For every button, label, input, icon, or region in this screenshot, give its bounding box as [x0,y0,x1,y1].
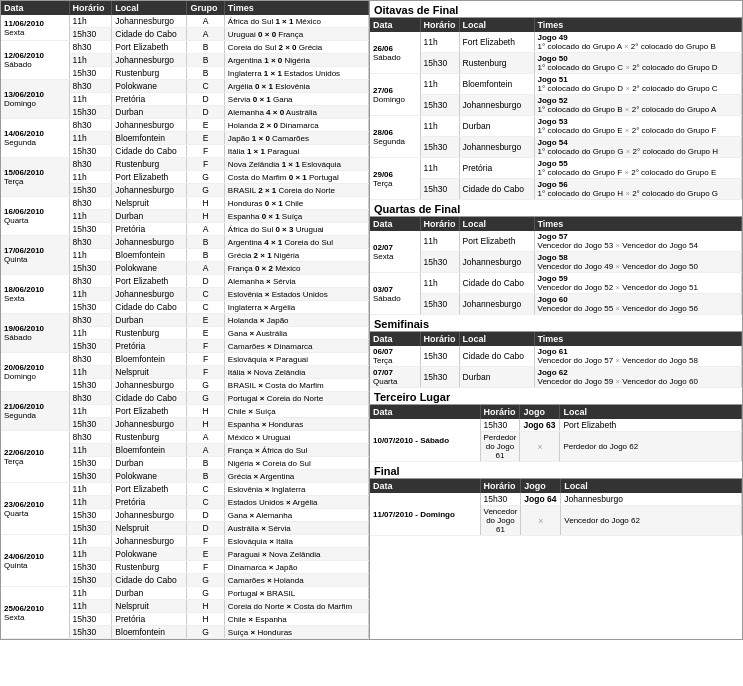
times-cell: Jogo 551° colocado do Grupo F × 2° coloc… [534,158,741,179]
times-cell: Jogo 61Vencedor do Jogo 57 × Vencedor do… [534,346,741,367]
grupo-cell: E [187,132,224,145]
local-cell: Pretória [112,223,187,236]
date-cell: 10/07/2010 - Sábado [370,419,480,462]
date-cell: 11/06/2010Sexta [1,15,69,41]
times-cell: Chile × Espanha [224,613,368,626]
local-cell: Rustenburg [112,158,187,171]
local-cell: Rustenburg [112,67,187,80]
table-row: 06/07Terça15h30Cidade do CaboJogo 61Venc… [370,346,742,367]
home-cell: Perdedor do Jogo 61 [480,432,520,462]
col-times: Times [534,332,741,346]
local-cell: Johannesburgo [112,184,187,197]
time-cell: 11h [420,32,459,53]
grupo-cell: B [187,236,224,249]
date-cell: 20/06/2010Domingo [1,353,69,392]
local-cell: Polokwane [112,80,187,93]
grupo-cell: A [187,444,224,457]
time-cell: 11h [69,249,112,262]
time-cell: 15h30 [420,179,459,200]
times-cell: Jogo 501° colocado do Grupo C × 2° coloc… [534,53,741,74]
local-cell: Durban [459,116,534,137]
time-cell: 15h30 [69,301,112,314]
times-cell: Espanha × Honduras [224,418,368,431]
col-data: Data [370,479,480,493]
grupo-cell: F [187,535,224,548]
local-cell: Cidade do Cabo [459,179,534,200]
times-cell: Costa do Marfim 0 × 1 Portugal [224,171,368,184]
times-cell: Jogo 58Vencedor do Jogo 49 × Vencedor do… [534,252,741,273]
local-cell: Johannesburgo [459,137,534,158]
grupo-cell: E [187,314,224,327]
table-row: 15/06/2010Terça8h30RustenburgFNova Zelân… [1,158,369,171]
time-cell: 11h [69,366,112,379]
times-cell: Coreia do Norte × Costa do Marfim [224,600,368,613]
time-cell: 11h [420,74,459,95]
times-cell: África do Sul 0 × 3 Uruguai [224,223,368,236]
time-cell: 15h30 [69,522,112,535]
times-cell: Argentina 1 × 0 Nigéria [224,54,368,67]
times-cell: Eslováquia × Paraguai [224,353,368,366]
times-cell: Camarões × Holanda [224,574,368,587]
times-cell: Argélia 0 × 1 Eslovênia [224,80,368,93]
times-cell: Grécia 2 × 1 Nigéria [224,249,368,262]
local-cell: Pretória [459,158,534,179]
time-cell: 15h30 [480,419,520,432]
grupo-cell: F [187,145,224,158]
local-cell: Bloemfontein [112,249,187,262]
grupo-cell: H [187,418,224,431]
time-cell: 8h30 [69,314,112,327]
local-cell: Port Elizabeth [560,419,742,432]
time-cell: 15h30 [69,184,112,197]
time-cell: 11h [69,548,112,561]
time-cell: 11h [69,132,112,145]
col-data: Data [370,332,420,346]
times-cell: Coreia do Sul 2 × 0 Grécia [224,41,368,54]
local-cell: Nelspruit [112,522,187,535]
local-cell: Cidade do Cabo [112,28,187,41]
local-cell: Pretória [112,496,187,509]
time-cell: 15h30 [69,626,112,639]
col-jogo: Jogo [521,479,561,493]
local-cell: Port Elizabeth [112,483,187,496]
grupo-cell: D [187,522,224,535]
grupo-cell: C [187,496,224,509]
times-cell: Jogo 531° colocado do Grupo E × 2° coloc… [534,116,741,137]
local-cell: Johannesburgo [112,418,187,431]
local-cell: Port Elizabeth [112,171,187,184]
oitavas-title: Oitavas de Final [370,1,742,18]
main-container: Data Horário Local Grupo Times 11/06/201… [0,0,743,640]
date-cell: 28/06Segunda [370,116,420,158]
grupo-cell: D [187,93,224,106]
times-cell: Jogo 541° colocado do Grupo G × 2° coloc… [534,137,741,158]
date-cell: 07/07Quarta [370,367,420,388]
time-cell: 15h30 [69,340,112,353]
grupo-cell: F [187,561,224,574]
times-cell: Japão 1 × 0 Camarões [224,132,368,145]
col-data: Data [370,405,480,419]
grupo-cell: C [187,80,224,93]
times-cell: Jogo 57Vencedor do Jogo 53 × Vencedor do… [534,231,741,252]
semifinal-header: Data Horário Local Times [370,332,742,346]
table-row: 02/07Sexta11hPort ElizabethJogo 57Venced… [370,231,742,252]
table-row: 07/07Quarta15h30DurbanJogo 62Vencedor do… [370,367,742,388]
time-cell: 8h30 [69,197,112,210]
local-cell: Johannesburgo [112,54,187,67]
date-cell: 11/07/2010 - Domingo [370,493,480,536]
local-cell: Bloemfontein [112,626,187,639]
time-cell: 11h [69,600,112,613]
grupo-cell: A [187,223,224,236]
date-cell: 24/06/2010Quinta [1,535,69,587]
table-header-row: Data Horário Local Grupo Times [1,1,369,15]
date-cell: 19/06/2010Sábado [1,314,69,353]
date-cell: 22/06/2010Terça [1,431,69,483]
table-row: 14/06/2010Segunda8h30JohannesburgoEHolan… [1,119,369,132]
away-cell: Vencedor do Jogo 62 [561,506,742,536]
final-table: Data Horário Jogo Local 11/07/2010 - Dom… [370,479,742,536]
grupo-cell: F [187,366,224,379]
local-cell: Johannesburgo [459,252,534,273]
table-row: 17/06/2010Quinta8h30JohannesburgoBArgent… [1,236,369,249]
local-cell: Rustenburg [112,431,187,444]
time-cell: 15h30 [69,470,112,483]
times-cell: Itália × Nova Zelândia [224,366,368,379]
date-cell: 29/06Terça [370,158,420,200]
